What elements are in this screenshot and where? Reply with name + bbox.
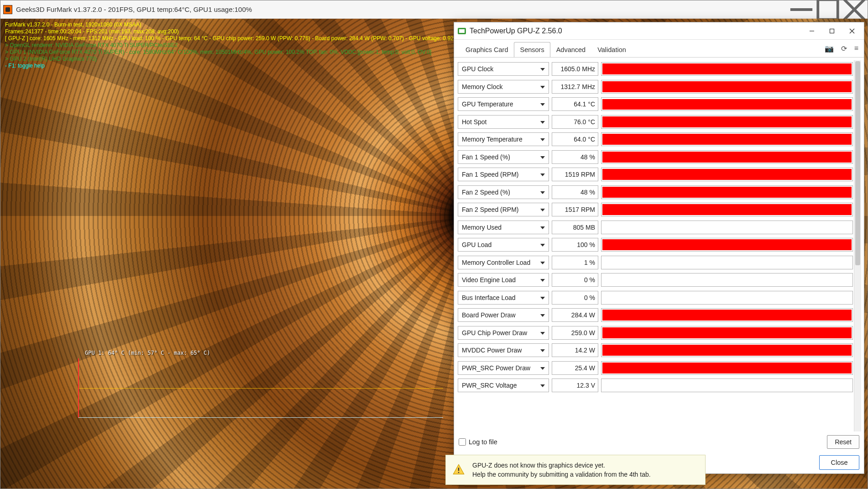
sensor-name-dropdown[interactable]: Memory Used [458,221,549,234]
close-button[interactable] [841,0,868,19]
sensor-graph [601,256,853,269]
svg-rect-1 [818,0,838,19]
tab-advanced[interactable]: Advanced [550,42,592,58]
sensor-row: Memory Temperature64.0 °C [458,131,853,148]
sensor-row: Video Engine Load0 % [458,271,853,289]
furmark-titlebar[interactable]: Geeks3D FurMark v1.37.2.0 - 201FPS, GPU1… [0,0,868,19]
sensor-graph [601,150,853,164]
sensor-name-dropdown[interactable]: Fan 2 Speed (%) [458,185,549,199]
osd-line: [ GPU-Z ] core: 1605 MHz - mem: 1312 MHz… [5,35,462,42]
warning-icon [452,463,465,476]
scrollbar-thumb[interactable] [855,61,860,265]
svg-rect-5 [830,29,834,33]
osd-line: - F1: toggle help [5,63,462,69]
sensor-value: 0 % [552,273,598,287]
sensor-graph [601,343,853,357]
gpuz-close-button[interactable] [842,23,862,39]
sensor-value: 805 MB [552,221,598,234]
osd-line: Frames:241377 - time:00:20:04 - FPS:201 … [5,28,462,35]
gpuz-window: TechPowerUp GPU-Z 2.56.0 Graphics CardSe… [454,22,864,474]
sensors-panel: GPU Clock1605.0 MHzMemory Clock1312.7 MH… [454,57,864,431]
log-to-file-checkbox[interactable]: Log to file [459,438,497,446]
sensor-name-dropdown[interactable]: Fan 2 Speed (RPM) [458,203,549,216]
log-checkbox-label: Log to file [469,438,497,446]
sensor-name-dropdown[interactable]: Board Power Draw [458,308,549,322]
sensor-name-dropdown[interactable]: Memory Temperature [458,132,549,146]
tab-sensors[interactable]: Sensors [514,42,550,58]
scrollbar[interactable] [854,60,861,431]
sensor-graph [601,185,853,199]
sensor-name-dropdown[interactable]: Memory Clock [458,80,549,94]
sensor-value: 259.0 W [552,326,598,340]
sensor-name-dropdown[interactable]: GPU Clock [458,62,549,76]
sensor-value: 100 % [552,238,598,252]
sensor-graph [601,115,853,129]
sensor-value: 48 % [552,150,598,164]
sensor-value: 0 % [552,291,598,305]
gpuz-app-icon [458,28,466,34]
notice-line: GPU-Z does not know this graphics device… [472,461,651,470]
sensor-graph [601,273,853,287]
sensor-name-dropdown[interactable]: Fan 1 Speed (RPM) [458,168,549,181]
furmark-title: Geeks3D FurMark v1.37.2.0 - 201FPS, GPU1… [16,5,252,13]
close-dialog-button[interactable]: Close [819,455,859,470]
gpuz-maximize-button[interactable] [822,23,842,39]
sensor-graph [601,221,853,234]
sensor-name-dropdown[interactable]: Video Engine Load [458,273,549,287]
sensor-graph [601,62,853,76]
sensor-value: 1517 RPM [552,203,598,216]
sensor-row: Memory Controller Load1 % [458,254,853,272]
sensor-row: GPU Load100 % [458,236,853,254]
sensor-value: 14.2 W [552,343,598,357]
refresh-icon[interactable]: ⟳ [841,44,847,53]
sensor-name-dropdown[interactable]: Bus Interface Load [458,291,549,305]
svg-rect-8 [458,468,459,471]
notice-line: Help the community by submitting a valid… [472,470,651,479]
sensor-graph [601,80,853,94]
sensor-value: 25.4 W [552,361,598,375]
sensor-graph [601,203,853,216]
furmark-app-icon [3,5,12,14]
sensor-value: 12.3 V [552,379,598,392]
sensor-name-dropdown[interactable]: Hot Spot [458,115,549,129]
sensor-name-dropdown[interactable]: MVDDC Power Draw [458,343,549,357]
sensor-graph [601,361,853,375]
sensor-graph [601,238,853,252]
sensor-name-dropdown[interactable]: PWR_SRC Voltage [458,379,549,392]
screenshot-icon[interactable]: 📷 [825,44,834,53]
gpuz-minimize-button[interactable] [802,23,822,39]
menu-icon[interactable]: ≡ [854,44,858,53]
gpu-temp-graph [78,358,443,418]
sensor-row: Fan 1 Speed (%)48 % [458,148,853,166]
sensor-name-dropdown[interactable]: PWR_SRC Power Draw [458,361,549,375]
sensor-value: 76.0 °C [552,115,598,129]
gpu-temp-label: GPU 1: 64° C (min: 57° C - max: 65° C) [85,350,210,356]
sensor-name-dropdown[interactable]: Memory Controller Load [458,256,549,269]
sensor-graph [601,97,853,111]
minimize-button[interactable] [788,0,815,19]
sensor-row: MVDDC Power Draw14.2 W [458,342,853,359]
gpuz-titlebar[interactable]: TechPowerUp GPU-Z 2.56.0 [454,22,864,40]
log-checkbox-input[interactable] [459,438,466,446]
sensor-name-dropdown[interactable]: GPU Load [458,238,549,252]
sensor-row: PWR_SRC Power Draw25.4 W [458,359,853,377]
furmark-osd-overlay: FurMark v1.37.2.0 - Burn-in test, 1920x1… [5,21,462,69]
gpuz-title: TechPowerUp GPU-Z 2.56.0 [470,27,562,35]
sensor-row: Fan 2 Speed (RPM)1517 RPM [458,201,853,219]
reset-button[interactable]: Reset [827,435,859,449]
osd-line: FurMark v1.37.2.0 - Burn-in test, 1920x1… [5,21,462,28]
sensor-row: Memory Clock1312.7 MHz [458,78,853,96]
notice-text: GPU-Z does not know this graphics device… [472,461,651,479]
sensor-value: 1312.7 MHz [552,80,598,94]
sensor-name-dropdown[interactable]: GPU Chip Power Draw [458,326,549,340]
sensor-value: 1 % [552,256,598,269]
sensor-value: 48 % [552,185,598,199]
sensor-graph [601,326,853,340]
sensor-graph [601,132,853,146]
sensor-row: Memory Used805 MB [458,219,853,237]
sensor-name-dropdown[interactable]: Fan 1 Speed (%) [458,150,549,164]
maximize-button[interactable] [815,0,841,19]
tab-validation[interactable]: Validation [591,42,632,58]
tab-graphics-card[interactable]: Graphics Card [460,42,514,58]
sensor-name-dropdown[interactable]: GPU Temperature [458,97,549,111]
